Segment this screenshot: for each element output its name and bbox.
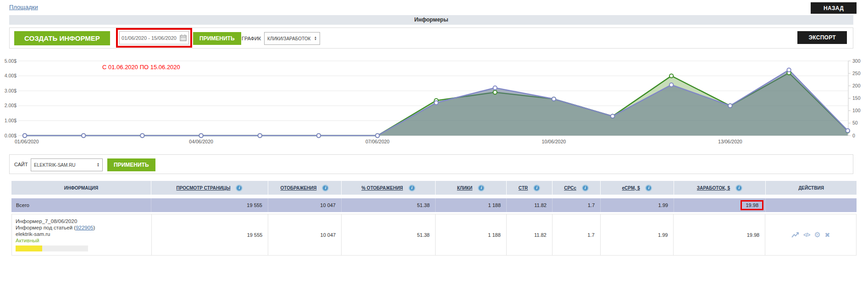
info-icon[interactable]: i (478, 185, 485, 191)
right-axis-tick: 0 (852, 133, 855, 138)
column-header-label[interactable]: CTR (519, 185, 528, 191)
date-range-input[interactable]: 01/06/2020 - 15/06/2020 (119, 31, 189, 44)
info-icon[interactable]: i (645, 185, 652, 191)
select-arrows-icon: ▲▼ (314, 36, 317, 41)
data-point-marker (493, 90, 497, 94)
column-header-9: ЗАРАБОТОК, $i (674, 181, 766, 195)
export-button[interactable]: ЭКСПОРТ (797, 31, 847, 44)
toolbar: СОЗДАТЬ ИНФОРМЕР 01/06/2020 - 15/06/2020… (9, 27, 853, 49)
data-point-marker (317, 134, 321, 137)
data-point-marker (611, 114, 614, 118)
data-point-marker (787, 68, 791, 71)
column-header-1: ИНФОРМАЦИЯ (11, 181, 151, 195)
graph-type-value: КЛИКИ/ЗАРАБОТОК (267, 36, 312, 41)
column-header-label[interactable]: % ОТОБРАЖЕНИЯ (361, 185, 403, 191)
left-axis-tick: 3.00$ (5, 88, 17, 93)
info-icon[interactable]: i (409, 185, 415, 191)
right-axis-tick: 250 (852, 71, 861, 76)
calendar-icon (180, 34, 187, 41)
totals-value-7: 1.99 (601, 198, 674, 212)
left-axis-tick: 2.00$ (5, 103, 17, 108)
column-header-label[interactable]: ОТОБРАЖЕНИЯ (281, 185, 317, 191)
date-highlight-annotation: 01/06/2020 - 15/06/2020 (116, 28, 192, 48)
column-header-label[interactable]: КЛИКИ (457, 185, 473, 191)
info-icon[interactable]: i (236, 185, 243, 191)
create-informer-button[interactable]: СОЗДАТЬ ИНФОРМЕР (14, 31, 110, 45)
row-value-6: 1.7 (553, 214, 601, 255)
graph-label: ГРАФИК (242, 36, 261, 41)
apply-site-button[interactable]: ПРИМЕНИТЬ (107, 158, 155, 171)
right-axis-tick: 50 (852, 120, 858, 125)
code-icon[interactable]: </> (803, 232, 810, 238)
clicks-earnings-chart: 5.00$4.00$3.00$2.00$1.00$0.00$3002502001… (0, 50, 868, 149)
data-point-marker (493, 86, 497, 90)
column-header-label[interactable]: ПРОСМОТР СТРАНИЦЫ (177, 185, 231, 191)
x-axis-tick: 01/06/2020 (15, 139, 39, 144)
totals-label: Всего (11, 198, 151, 212)
select-arrows-icon: ▲▼ (97, 163, 100, 167)
status-badge: Активный (16, 237, 95, 244)
row-value-8: 19.98 (674, 214, 765, 255)
apply-date-button[interactable]: ПРИМЕНИТЬ (193, 32, 241, 45)
right-axis-tick: 150 (852, 95, 861, 101)
data-point-marker (846, 129, 850, 132)
column-header-6: CTRi (507, 181, 553, 195)
column-header-label[interactable]: eCPM, $ (622, 185, 640, 191)
column-header-3: ОТОБРАЖЕНИЯi (268, 181, 342, 195)
totals-value-2: 10 047 (268, 198, 342, 212)
site-select-value: ELEKTRIK-SAM.RU (34, 163, 95, 168)
column-header-label: ДЕЙСТВИЯ (798, 185, 824, 191)
informer-name: Информер_7_08/06/2020 (16, 218, 95, 224)
totals-value-5: 11.82 (507, 198, 553, 212)
delete-icon[interactable]: ✖ (825, 231, 830, 239)
row-value-2: 10 047 (268, 214, 342, 255)
informers-page: Площадки НАЗАД Информеры СОЗДАТЬ ИНФОРМЕ… (0, 0, 868, 300)
informer-info-cell: Информер_7_08/06/2020Информер под статье… (12, 214, 152, 255)
column-header-7: CPCci (553, 181, 601, 195)
column-header-5: КЛИКИi (436, 181, 507, 195)
graph-type-select[interactable]: КЛИКИ/ЗАРАБОТОК ▲▼ (264, 32, 320, 45)
column-header-4: % ОТОБРАЖЕНИЯi (342, 181, 436, 195)
platforms-link[interactable]: Площадки (9, 4, 38, 11)
x-axis-tick: 07/06/2020 (365, 139, 390, 144)
data-point-marker (669, 83, 673, 87)
column-header-label[interactable]: CPCc (564, 185, 576, 191)
totals-value-6: 1.7 (553, 198, 601, 212)
info-icon[interactable]: i (735, 185, 742, 191)
info-icon[interactable]: i (582, 185, 589, 191)
earnings-highlight-annotation: 19.98 (741, 200, 763, 210)
data-point-marker (140, 134, 144, 137)
totals-value-1: 19 555 (151, 198, 268, 212)
settings-icon[interactable]: ⚙ (814, 230, 820, 239)
info-icon[interactable]: i (533, 185, 540, 191)
fill-rate-bar (16, 245, 95, 251)
date-range-value: 01/06/2020 - 15/06/2020 (122, 35, 177, 41)
data-point-marker (82, 134, 85, 137)
informer-id-link[interactable]: 922905 (76, 225, 93, 230)
row-value-7: 1.99 (601, 214, 674, 255)
right-axis-tick: 100 (852, 108, 861, 113)
table-header-row: ИНФОРМАЦИЯПРОСМОТР СТРАНИЦЫiОТОБРАЖЕНИЯi… (11, 181, 857, 195)
totals-value-3: 51.38 (342, 198, 436, 212)
data-point-marker (434, 101, 438, 104)
stats-icon[interactable] (791, 232, 799, 238)
totals-actions-cell (766, 198, 857, 212)
left-axis-tick: 4.00$ (5, 73, 17, 78)
fill-rate-bar-value (16, 245, 42, 251)
row-value-1: 19 555 (152, 214, 269, 255)
site-label: САЙТ (14, 162, 28, 167)
totals-row: Всего19 55510 04751.381 18811.821.71.991… (11, 198, 857, 212)
info-icon[interactable]: i (322, 185, 329, 191)
x-axis-tick: 10/06/2020 (542, 139, 566, 144)
left-axis-tick: 5.00$ (5, 58, 17, 64)
site-select[interactable]: ELEKTRIK-SAM.RU ▲▼ (31, 158, 103, 171)
back-button[interactable]: НАЗАД (811, 2, 857, 14)
data-point-marker (258, 134, 262, 137)
data-point-marker (376, 134, 379, 137)
column-header-label[interactable]: ЗАРАБОТОК, $ (697, 185, 730, 191)
date-range-annotation: С 01.06.2020 ПО 15.06.2020 (102, 64, 180, 71)
table-row: Информер_7_08/06/2020Информер под статье… (11, 214, 857, 256)
data-point-marker (552, 97, 556, 101)
informer-site: elektrik-sam.ru (16, 231, 95, 237)
informer-info: Информер_7_08/06/2020Информер под статье… (12, 214, 95, 255)
